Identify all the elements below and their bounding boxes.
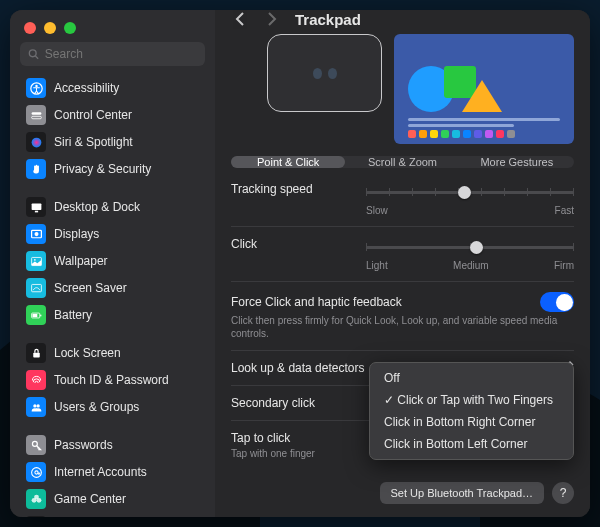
sidebar-item-label: Battery — [54, 308, 92, 322]
sidebar: AccessibilityControl CenterSiri & Spotli… — [10, 10, 215, 517]
accessibility-icon — [26, 78, 46, 98]
sidebar-item-label: Displays — [54, 227, 99, 241]
sidebar-item-key[interactable]: Passwords — [16, 432, 209, 458]
sidebar-item-accessibility[interactable]: Accessibility — [16, 75, 209, 101]
tap-to-click-desc: Tap with one finger — [231, 447, 315, 460]
sidebar-item-control-center[interactable]: Control Center — [16, 102, 209, 128]
sidebar-item-label: Screen Saver — [54, 281, 127, 295]
secondary-click-option[interactable]: Click or Tap with Two Fingers — [374, 389, 569, 411]
zoom-window[interactable] — [64, 22, 76, 34]
tracking-speed-label: Tracking speed — [231, 182, 366, 196]
tracking-speed-slider[interactable] — [366, 182, 574, 202]
trackpad-preview — [267, 34, 382, 112]
battery-icon — [26, 305, 46, 325]
sidebar-list: AccessibilityControl CenterSiri & Spotli… — [10, 74, 215, 517]
displays-icon — [26, 224, 46, 244]
footer: Set Up Bluetooth Trackpad… ? — [215, 482, 590, 517]
touchid-icon — [26, 370, 46, 390]
wallet-icon — [26, 516, 46, 517]
sidebar-item-desktop[interactable]: Desktop & Dock — [16, 194, 209, 220]
sidebar-item-siri[interactable]: Siri & Spotlight — [16, 129, 209, 155]
siri-icon — [26, 132, 46, 152]
at-icon — [26, 462, 46, 482]
sidebar-item-lock[interactable]: Lock Screen — [16, 340, 209, 366]
help-button[interactable]: ? — [552, 482, 574, 504]
page-title: Trackpad — [295, 11, 361, 28]
preview-row — [215, 28, 590, 156]
sidebar-item-touchid[interactable]: Touch ID & Password — [16, 367, 209, 393]
settings-content: Tracking speed Slow Fast Click — [215, 178, 590, 482]
row-secondary-click[interactable]: Secondary click OffClick or Tap with Two… — [231, 385, 574, 420]
sidebar-item-users[interactable]: Users & Groups — [16, 394, 209, 420]
svg-rect-7 — [31, 203, 41, 210]
svg-line-1 — [35, 56, 38, 59]
svg-rect-17 — [33, 352, 40, 357]
tab-point-click[interactable]: Point & Click — [231, 156, 345, 168]
search-input[interactable] — [45, 47, 197, 61]
gamecenter-icon — [26, 489, 46, 509]
row-click: Click LightMediumFirm — [231, 226, 574, 281]
secondary-click-option[interactable]: Click in Bottom Right Corner — [374, 411, 569, 433]
force-click-desc: Click then press firmly for Quick Look, … — [231, 314, 574, 340]
svg-rect-8 — [34, 210, 37, 212]
sidebar-item-wallpaper[interactable]: Wallpaper — [16, 248, 209, 274]
svg-point-3 — [35, 84, 37, 86]
svg-point-0 — [29, 50, 36, 57]
close-window[interactable] — [24, 22, 36, 34]
sidebar-item-label: Game Center — [54, 492, 126, 506]
sidebar-item-gamecenter[interactable]: Game Center — [16, 486, 209, 512]
sidebar-item-hand[interactable]: Privacy & Security — [16, 156, 209, 182]
screen-preview — [394, 34, 574, 144]
title-bar: Trackpad — [215, 10, 590, 28]
sidebar-item-label: Desktop & Dock — [54, 200, 140, 214]
screensaver-icon — [26, 278, 46, 298]
window-controls — [10, 10, 215, 42]
sidebar-item-label: Privacy & Security — [54, 162, 151, 176]
sidebar-item-label: Lock Screen — [54, 346, 121, 360]
tab-more-gestures[interactable]: More Gestures — [460, 156, 574, 168]
secondary-click-option[interactable]: Off — [374, 367, 569, 389]
sidebar-item-label: Internet Accounts — [54, 465, 147, 479]
key-icon — [26, 435, 46, 455]
tab-scroll-zoom[interactable]: Scroll & Zoom — [345, 156, 459, 168]
sidebar-item-label: Control Center — [54, 108, 132, 122]
back-button[interactable] — [231, 10, 249, 28]
users-icon — [26, 397, 46, 417]
sidebar-item-label: Touch ID & Password — [54, 373, 169, 387]
force-click-label: Force Click and haptic feedback — [231, 295, 402, 309]
sidebar-item-label: Wallpaper — [54, 254, 108, 268]
sidebar-item-displays[interactable]: Displays — [16, 221, 209, 247]
secondary-click-option[interactable]: Click in Bottom Left Corner — [374, 433, 569, 455]
settings-window: AccessibilityControl CenterSiri & Spotli… — [10, 10, 590, 517]
click-control: LightMediumFirm — [366, 237, 574, 271]
sidebar-item-wallet[interactable]: Wallet & Apple Pay — [16, 513, 209, 517]
search-icon — [28, 48, 39, 60]
click-slider[interactable] — [366, 237, 574, 257]
svg-point-12 — [34, 259, 36, 261]
desktop-icon — [26, 197, 46, 217]
wallpaper-icon — [26, 251, 46, 271]
sidebar-item-at[interactable]: Internet Accounts — [16, 459, 209, 485]
secondary-click-menu: OffClick or Tap with Two FingersClick in… — [369, 362, 574, 460]
main-pane: Trackpad Point & ClickScroll & ZoomMore … — [215, 10, 590, 517]
sidebar-item-battery[interactable]: Battery — [16, 302, 209, 328]
search-field[interactable] — [20, 42, 205, 66]
tracking-speed-max: Fast — [555, 205, 574, 216]
tracking-speed-min: Slow — [366, 205, 388, 216]
force-click-switch[interactable] — [540, 292, 574, 312]
setup-bluetooth-trackpad-button[interactable]: Set Up Bluetooth Trackpad… — [380, 482, 544, 504]
svg-point-6 — [31, 137, 41, 147]
svg-rect-5 — [31, 116, 41, 118]
tracking-speed-control: Slow Fast — [366, 182, 574, 216]
click-label: Click — [231, 237, 366, 251]
sidebar-item-screensaver[interactable]: Screen Saver — [16, 275, 209, 301]
sidebar-item-label: Passwords — [54, 438, 113, 452]
lock-icon — [26, 343, 46, 363]
minimize-window[interactable] — [44, 22, 56, 34]
svg-rect-16 — [32, 313, 37, 316]
control-center-icon — [26, 105, 46, 125]
tab-bar: Point & ClickScroll & ZoomMore Gestures — [231, 156, 574, 168]
svg-point-18 — [33, 404, 36, 407]
tap-to-click-label: Tap to click — [231, 431, 315, 445]
forward-button[interactable] — [263, 10, 281, 28]
